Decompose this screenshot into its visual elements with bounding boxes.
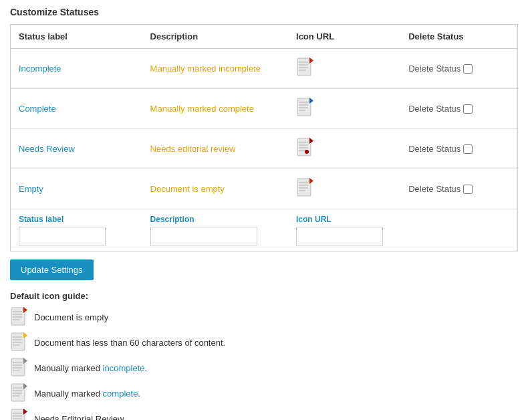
delete-status-label-needs-review: Delete Status (408, 144, 461, 154)
new-icon-url-heading: Icon URL (296, 215, 392, 224)
table-row: Complete Manually marked complete Delete… (11, 89, 517, 129)
icon-guide-item-1: Document is empty (10, 306, 512, 328)
new-status-delete-cell (400, 209, 517, 251)
delete-status-checkbox-empty[interactable] (463, 185, 473, 194)
icon-needs-review (288, 129, 400, 169)
icon-guide-item-5: Needs Editorial Review. (10, 408, 512, 420)
guide-text-small: Document has less than 60 characters of … (34, 338, 225, 348)
description-needs-review: Needs editorial review (142, 129, 288, 169)
update-settings-button[interactable]: Update Settings (10, 259, 94, 280)
new-description-cell: Description (142, 209, 288, 251)
delete-status-checkbox-needs-review[interactable] (463, 144, 473, 154)
status-label-incomplete: Incomplete (11, 49, 142, 89)
doc-icon-complete (296, 97, 315, 118)
guide-icon-incomplete (10, 357, 29, 379)
doc-icon-incomplete (296, 57, 315, 78)
table-row: Incomplete Manually marked incomplete De… (11, 49, 517, 89)
new-status-label-heading: Status label (19, 215, 134, 224)
table-row: Needs Review Needs editorial review Dele… (11, 129, 517, 169)
icon-guide-item-2: Document has less than 60 characters of … (10, 332, 512, 353)
delete-needs-review[interactable]: Delete Status (400, 129, 517, 169)
guide-icon-small (10, 332, 29, 353)
col-header-status-label: Status label (11, 25, 142, 49)
col-header-icon-url: Icon URL (288, 25, 400, 49)
customize-statuses-table: Status label Description Icon URL Delete… (10, 24, 518, 251)
new-status-label-input[interactable] (19, 227, 106, 245)
icon-guide-item-3: Manually marked incomplete. (10, 357, 512, 379)
guide-text-incomplete: Manually marked incomplete. (34, 363, 147, 373)
delete-status-label-incomplete: Delete Status (408, 64, 461, 74)
description-complete: Manually marked complete (142, 89, 288, 129)
guide-text-review: Needs Editorial Review. (34, 414, 126, 421)
guide-text-empty: Document is empty (34, 312, 108, 322)
new-status-label-cell: Status label (11, 209, 142, 251)
icon-guide-item-4: Manually marked complete. (10, 383, 512, 404)
table-header-row: Status label Description Icon URL Delete… (11, 25, 517, 49)
status-label-empty: Empty (11, 169, 142, 209)
status-label-complete: Complete (11, 89, 142, 129)
delete-status-checkbox-incomplete[interactable] (463, 64, 473, 74)
icon-guide-section: Default icon guide: Document is empty Do… (10, 291, 512, 420)
guide-blue-word-complete: complete (103, 389, 138, 399)
icon-empty (288, 169, 400, 209)
status-label-needs-review: Needs Review (11, 129, 142, 169)
new-icon-url-cell: Icon URL (288, 209, 400, 251)
icon-guide-title: Default icon guide: (10, 291, 512, 301)
icon-complete (288, 89, 400, 129)
guide-blue-word-incomplete: incomplete (103, 363, 145, 373)
doc-icon-empty (296, 177, 315, 199)
new-description-heading: Description (150, 215, 280, 224)
delete-status-checkbox-complete[interactable] (463, 104, 473, 114)
icon-incomplete (288, 49, 400, 89)
description-incomplete: Manually marked incomplete (142, 49, 288, 89)
delete-incomplete[interactable]: Delete Status (400, 49, 517, 89)
new-status-form-row: Status label Description Icon URL (11, 209, 517, 251)
table-row: Empty Document is empty Delete Status (11, 169, 517, 209)
col-header-description: Description (142, 25, 288, 49)
guide-icon-review (10, 408, 29, 420)
description-empty: Document is empty (142, 169, 288, 209)
delete-complete[interactable]: Delete Status (400, 89, 517, 129)
delete-status-label-complete: Delete Status (408, 104, 461, 114)
delete-empty[interactable]: Delete Status (400, 169, 517, 209)
doc-icon-needs-review (296, 137, 315, 159)
guide-text-complete: Manually marked complete. (34, 389, 140, 399)
new-icon-url-input[interactable] (296, 227, 383, 245)
delete-status-label-empty: Delete Status (408, 184, 461, 194)
guide-icon-complete (10, 383, 29, 404)
col-header-delete-status: Delete Status (400, 25, 517, 49)
page-title: Customize Statuses (10, 7, 512, 17)
new-description-input[interactable] (150, 227, 257, 245)
guide-icon-empty (10, 306, 29, 328)
